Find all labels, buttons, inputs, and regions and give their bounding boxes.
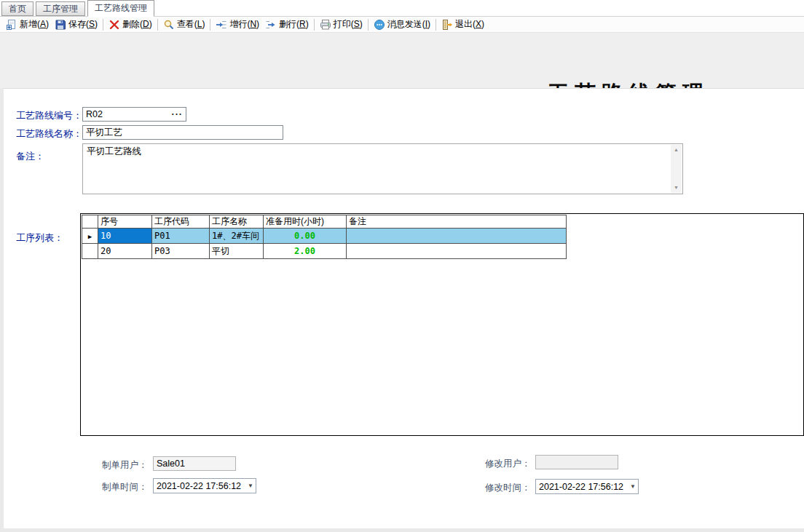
exit-icon: [441, 19, 453, 31]
column-header-prep[interactable]: 准备用时(小时): [264, 215, 347, 229]
current-row-marker-icon: ▶: [88, 233, 92, 240]
toolbar-button-label: 增行(N): [229, 18, 259, 31]
print-button[interactable]: 打印(S): [317, 17, 366, 31]
route-name-label: 工艺路线名称：: [16, 127, 82, 140]
column-header-name[interactable]: 工序名称: [210, 215, 264, 229]
route-code-value: R02: [86, 109, 103, 119]
add-row-button[interactable]: 增行(N): [213, 17, 262, 31]
cell-code[interactable]: P01: [152, 229, 210, 244]
row-selector-header[interactable]: [82, 215, 98, 229]
toolbar-separator: [436, 19, 436, 31]
print-icon: [320, 19, 331, 31]
toolbar-separator: [157, 19, 158, 31]
process-grid: 序号工序代码工序名称准备用时(小时)备注 ▶10P011#、2#车间0.0020…: [80, 213, 804, 436]
message-icon: [374, 19, 385, 31]
cell-remark[interactable]: [347, 244, 567, 259]
remark-scrollbar[interactable]: ▲ ▼: [671, 145, 682, 193]
scroll-up-icon[interactable]: ▲: [671, 145, 682, 155]
process-list-label: 工序列表：: [16, 231, 63, 245]
send-message-button[interactable]: 消息发送(I): [371, 17, 433, 31]
modifier-input[interactable]: [535, 455, 618, 469]
cell-prep[interactable]: 0.00: [264, 229, 347, 244]
delete-button[interactable]: 删除(D): [106, 17, 155, 31]
add-button[interactable]: 新增(A): [3, 17, 52, 31]
tab-label: 首页: [9, 3, 26, 15]
remark-value: 平切工艺路线: [87, 146, 141, 156]
toolbar-button-label: 删除(D): [122, 18, 152, 31]
modify-time-label: 修改时间：: [485, 482, 531, 494]
delete-row-button[interactable]: 删行(R): [262, 17, 312, 31]
toolbar: 新增(A)保存(S)删除(D)查看(L)增行(N)删行(R)打印(S)消息发送(…: [0, 17, 804, 33]
toolbar-button-label: 查看(L): [177, 18, 205, 31]
toolbar-button-label: 新增(A): [20, 18, 49, 31]
column-header-seq[interactable]: 序号: [98, 215, 152, 229]
save-icon: [55, 19, 66, 31]
toolbar-button-label: 删行(R): [279, 18, 309, 31]
creator-input[interactable]: Sale01: [153, 456, 236, 471]
table-row[interactable]: ▶10P011#、2#车间0.00: [82, 229, 567, 244]
process-table: 序号工序代码工序名称准备用时(小时)备注 ▶10P011#、2#车间0.0020…: [82, 215, 567, 259]
create-time-label: 制单时间：: [102, 481, 148, 493]
remark-label: 备注：: [16, 150, 44, 163]
cell-code[interactable]: P03: [152, 244, 210, 259]
modify-time-combobox[interactable]: 2021-02-22 17:56:12 ▼: [535, 479, 639, 494]
app-window: { "tabs": [ { "label": "首页" }, { "label"…: [0, 0, 804, 532]
tab-process-management[interactable]: 工序管理: [36, 1, 85, 16]
column-header-remark[interactable]: 备注: [347, 215, 567, 229]
route-code-input[interactable]: R02 ···: [82, 107, 186, 122]
tab-label: 工艺路线管理: [95, 2, 147, 15]
view-button[interactable]: 查看(L): [160, 17, 208, 31]
remark-textarea[interactable]: 平切工艺路线 ▲ ▼: [82, 143, 683, 194]
save-button[interactable]: 保存(S): [52, 17, 100, 31]
cell-name[interactable]: 平切: [210, 244, 264, 259]
add-row-icon: [216, 19, 227, 31]
route-name-input[interactable]: 平切工艺: [82, 125, 283, 140]
cell-seq[interactable]: 20: [98, 244, 152, 259]
table-row[interactable]: 20P03平切2.00: [82, 244, 567, 259]
scroll-down-icon[interactable]: ▼: [671, 183, 682, 193]
tab-bar: 首页 工序管理 工艺路线管理: [0, 0, 804, 17]
exit-button[interactable]: 退出(X): [438, 17, 487, 31]
chevron-down-icon[interactable]: ▼: [630, 480, 636, 493]
create-time-value: 2021-02-22 17:56:12: [157, 481, 241, 491]
tab-home[interactable]: 首页: [1, 1, 34, 16]
cell-prep[interactable]: 2.00: [264, 244, 347, 259]
title-band: 工艺路线管理: [0, 33, 804, 88]
column-header-code[interactable]: 工序代码: [152, 215, 210, 229]
toolbar-button-label: 保存(S): [68, 18, 98, 31]
toolbar-separator: [210, 19, 210, 31]
grid-header-row: 序号工序代码工序名称准备用时(小时)备注: [82, 215, 567, 229]
cell-name[interactable]: 1#、2#车间: [210, 229, 264, 244]
toolbar-separator: [368, 19, 368, 31]
tab-process-route-management[interactable]: 工艺路线管理: [87, 0, 154, 17]
view-icon: [163, 19, 175, 31]
delete-icon: [109, 19, 120, 31]
toolbar-button-label: 退出(X): [455, 18, 484, 31]
delete-row-icon: [265, 19, 277, 31]
route-code-label: 工艺路线编号：: [16, 109, 82, 122]
grid-body: ▶10P011#、2#车间0.0020P03平切2.00: [82, 229, 567, 259]
add-document-icon: [6, 19, 17, 31]
toolbar-button-label: 消息发送(I): [387, 18, 430, 31]
tab-label: 工序管理: [43, 3, 78, 15]
route-code-lookup-button[interactable]: ···: [172, 108, 184, 121]
toolbar-separator: [314, 19, 315, 31]
row-selector-cell[interactable]: [82, 244, 98, 259]
chevron-down-icon[interactable]: ▼: [248, 479, 253, 493]
route-name-value: 平切工艺: [86, 127, 122, 139]
modify-time-value: 2021-02-22 17:56:12: [539, 482, 623, 492]
cell-remark[interactable]: [347, 229, 567, 244]
creator-value: Sale01: [157, 458, 185, 469]
creator-label: 制单用户：: [102, 459, 148, 472]
modifier-label: 修改用户：: [485, 458, 531, 470]
toolbar-separator: [103, 19, 103, 31]
create-time-combobox[interactable]: 2021-02-22 17:56:12 ▼: [153, 478, 256, 493]
cell-seq[interactable]: 10: [98, 229, 152, 244]
toolbar-button-label: 打印(S): [334, 18, 363, 31]
row-selector-cell[interactable]: ▶: [82, 229, 98, 244]
